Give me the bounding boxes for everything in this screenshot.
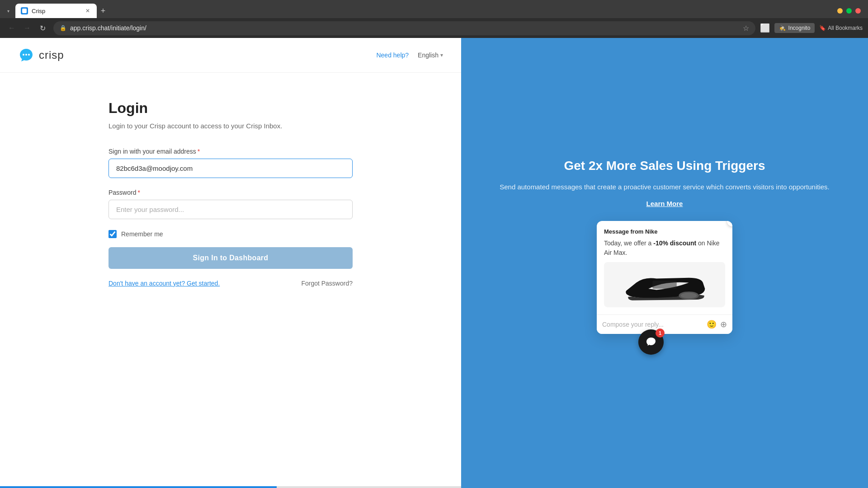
email-label: Sign in with your email address* <box>108 148 353 155</box>
logo-text: crisp <box>39 49 64 61</box>
reload-btn[interactable]: ↻ <box>36 22 49 34</box>
remember-me-label[interactable]: Remember me <box>121 230 163 238</box>
close-btn[interactable] <box>855 8 861 14</box>
incognito-icon: 🕵 <box>779 25 786 31</box>
url-text: app.crisp.chat/initiate/login/ <box>70 24 739 32</box>
chat-sender: Message from Nike <box>604 228 725 235</box>
language-selector[interactable]: English ▾ <box>418 52 443 59</box>
all-bookmarks[interactable]: 🔖 All Bookmarks <box>819 25 863 31</box>
tab-navigation: ▾ <box>4 6 13 15</box>
notification-badge: 1 <box>656 328 665 338</box>
chat-text-bold: -10% discount <box>653 239 696 247</box>
right-panel: Get 2x More Sales Using Triggers Send au… <box>461 38 868 488</box>
incognito-label: Incognito <box>788 25 811 31</box>
svg-rect-6 <box>652 281 677 289</box>
remember-me-checkbox[interactable] <box>108 230 117 238</box>
tab-dropdown-btn[interactable]: ▾ <box>4 6 13 15</box>
chevron-down-icon: ▾ <box>440 52 443 58</box>
device-icon[interactable]: ⬜ <box>760 23 770 33</box>
active-tab[interactable]: Crisp ✕ <box>15 4 97 18</box>
learn-more-link[interactable]: Learn More <box>646 200 683 207</box>
chat-button[interactable]: 1 <box>638 329 664 355</box>
bookmarks-icon: 🔖 <box>819 25 826 31</box>
promo-description: Send automated messages that create a pr… <box>500 182 830 192</box>
bookmark-icon[interactable]: ☆ <box>743 24 749 33</box>
required-star-password: * <box>137 189 140 196</box>
chat-reply-bar: Compose your reply... 🙂 ⊕ <box>597 314 732 334</box>
password-form-group: Password* <box>108 189 353 219</box>
logo-icon <box>18 47 34 63</box>
new-tab-btn[interactable]: + <box>97 5 109 17</box>
address-bar: ← → ↻ 🔒 app.crisp.chat/initiate/login/ ☆… <box>0 18 868 38</box>
back-btn[interactable]: ← <box>5 22 18 34</box>
login-container: Login Login to your Crisp account to acc… <box>0 73 461 314</box>
chat-text: Today, we offer a -10% discount on Nike … <box>604 239 725 258</box>
svg-rect-0 <box>22 9 27 13</box>
svg-point-2 <box>23 54 24 56</box>
login-subtitle: Login to your Crisp account to access to… <box>108 122 353 130</box>
maximize-btn[interactable] <box>846 8 852 14</box>
chat-reply-placeholder[interactable]: Compose your reply... <box>602 321 703 328</box>
required-star: * <box>198 148 200 155</box>
email-form-group: Sign in with your email address* <box>108 148 353 178</box>
chat-widget: ✕ Message from Nike Today, we offer a -1… <box>597 221 732 334</box>
bottom-progress-bar <box>0 486 461 488</box>
forgot-password-link[interactable]: Forgot Password? <box>301 280 353 287</box>
tab-favicon <box>21 7 28 14</box>
minimize-btn[interactable] <box>837 8 843 14</box>
browser-right-controls: ⬜ 🕵 Incognito 🔖 All Bookmarks <box>760 23 863 33</box>
left-panel: crisp Need help? English ▾ Login Login t… <box>0 38 461 488</box>
chat-message-bubble: Message from Nike Today, we offer a -10%… <box>597 221 732 314</box>
header-right: Need help? English ▾ <box>376 52 443 59</box>
tab-close-btn[interactable]: ✕ <box>84 7 91 14</box>
email-input[interactable] <box>108 159 353 178</box>
chat-reply-icons: 🙂 ⊕ <box>707 319 727 329</box>
nav-buttons: ← → ↻ <box>5 22 49 34</box>
tab-bar: ▾ Crisp ✕ + <box>0 0 868 18</box>
signup-link[interactable]: Don't have an account yet? Get started. <box>108 280 220 287</box>
form-footer: Don't have an account yet? Get started. … <box>108 280 353 287</box>
shoe-svg <box>604 262 725 307</box>
emoji-icon[interactable]: 🙂 <box>707 319 717 329</box>
attachment-icon[interactable]: ⊕ <box>720 319 727 329</box>
bookmarks-label: All Bookmarks <box>828 25 863 31</box>
login-title: Login <box>108 100 353 117</box>
remember-me-row: Remember me <box>108 230 353 238</box>
logo: crisp <box>18 47 64 63</box>
window-controls <box>837 8 864 14</box>
tab-title: Crisp <box>32 8 80 14</box>
svg-point-8 <box>681 293 697 299</box>
lock-icon: 🔒 <box>60 25 66 31</box>
forward-btn[interactable]: → <box>21 22 33 34</box>
svg-point-4 <box>28 54 30 56</box>
language-label: English <box>418 52 439 59</box>
incognito-badge: 🕵 Incognito <box>774 23 815 33</box>
password-label: Password* <box>108 189 353 196</box>
password-input[interactable] <box>108 200 353 219</box>
need-help-link[interactable]: Need help? <box>376 52 409 59</box>
promo-title: Get 2x More Sales Using Triggers <box>564 158 765 174</box>
browser-chrome: ▾ Crisp ✕ + ← → ↻ 🔒 app.crisp.chat/initi… <box>0 0 868 38</box>
main-layout: crisp Need help? English ▾ Login Login t… <box>0 38 868 488</box>
svg-point-3 <box>25 54 27 56</box>
page-header: crisp Need help? English ▾ <box>0 38 461 73</box>
chat-button-logo <box>644 335 658 349</box>
nike-shoe-image <box>604 262 725 307</box>
url-bar[interactable]: 🔒 app.crisp.chat/initiate/login/ ☆ <box>53 21 755 35</box>
chat-text-prefix: Today, we offer a <box>604 239 653 247</box>
sign-in-button[interactable]: Sign In to Dashboard <box>108 247 353 269</box>
